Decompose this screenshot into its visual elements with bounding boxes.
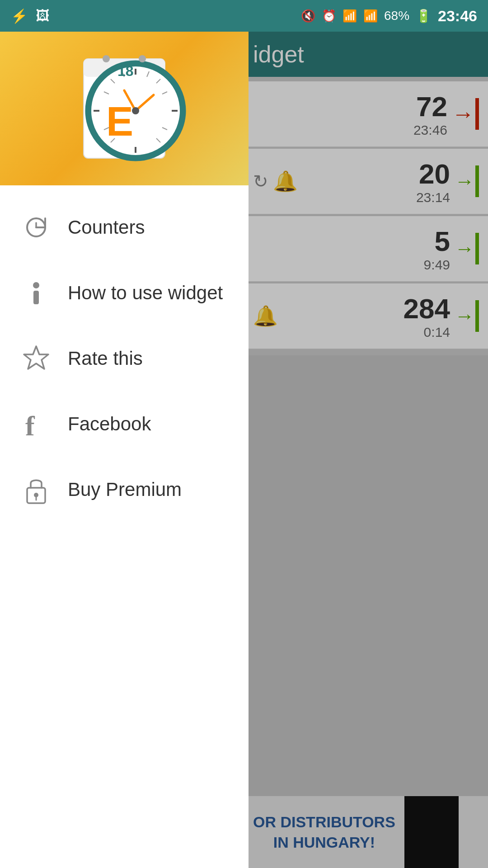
status-time: 23:46 xyxy=(438,7,477,25)
app-logo: 18 E xyxy=(56,41,192,176)
svg-point-23 xyxy=(103,55,110,62)
svg-text:E: E xyxy=(106,99,133,144)
status-bar-right: 🔇 ⏰ 📶 📶 68% 🔋 23:46 xyxy=(301,7,477,25)
facebook-icon: f xyxy=(18,410,54,438)
menu-item-how-to-use[interactable]: How to use widget xyxy=(0,260,249,326)
menu-item-rate-this[interactable]: Rate this xyxy=(0,326,249,391)
svg-point-24 xyxy=(139,55,146,62)
drawer-overlay[interactable] xyxy=(249,32,488,868)
how-to-use-label: How to use widget xyxy=(68,282,223,304)
lock-icon xyxy=(18,474,54,505)
counters-label: Counters xyxy=(68,217,145,238)
info-icon xyxy=(18,279,54,307)
nav-drawer: 18 E Counters xyxy=(0,32,249,868)
status-bar-left: ⚡ 🖼 xyxy=(11,8,49,24)
alarm-icon: ⏰ xyxy=(322,9,336,23)
menu-item-buy-premium[interactable]: Buy Premium xyxy=(0,457,249,522)
svg-rect-28 xyxy=(33,291,39,304)
image-icon: 🖼 xyxy=(36,8,49,24)
drawer-menu: Counters How to use widget Rate this xyxy=(0,185,249,868)
usb-icon: ⚡ xyxy=(11,8,28,24)
history-icon xyxy=(18,215,54,240)
signal-icon: 📶 xyxy=(363,9,378,23)
wifi-icon: 📶 xyxy=(343,9,357,23)
mute-icon: 🔇 xyxy=(301,9,315,23)
battery-percentage: 68% xyxy=(384,9,409,23)
svg-text:f: f xyxy=(25,410,35,438)
buy-premium-label: Buy Premium xyxy=(68,479,182,500)
facebook-label: Facebook xyxy=(68,413,151,435)
svg-marker-29 xyxy=(24,346,48,369)
svg-point-27 xyxy=(33,282,39,288)
drawer-header: 18 E xyxy=(0,32,249,185)
menu-item-facebook[interactable]: f Facebook xyxy=(0,391,249,457)
star-icon xyxy=(18,344,54,373)
rate-this-label: Rate this xyxy=(68,348,143,369)
status-bar: ⚡ 🖼 🔇 ⏰ 📶 📶 68% 🔋 23:46 xyxy=(0,0,488,32)
battery-icon: 🔋 xyxy=(416,9,432,24)
svg-text:18: 18 xyxy=(117,63,134,79)
menu-item-counters[interactable]: Counters xyxy=(0,194,249,260)
